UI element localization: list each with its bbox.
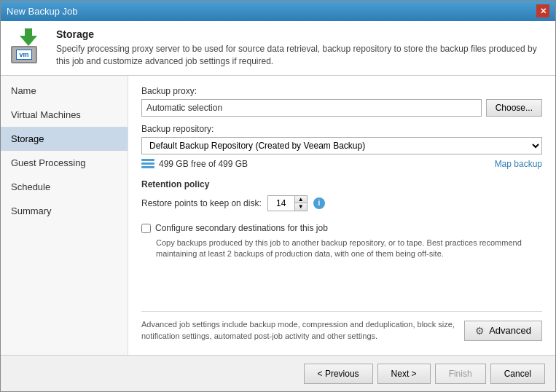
configure-secondary-group: Configure secondary destinations for thi… — [141, 219, 542, 260]
retention-row: Restore points to keep on disk: ▲ ▼ i — [141, 195, 542, 211]
sidebar-item-storage[interactable]: Storage — [1, 127, 128, 151]
choose-button[interactable]: Choose... — [486, 99, 542, 117]
backup-proxy-label: Backup proxy: — [141, 86, 542, 96]
footer: < Previous Next > Finish Cancel — [1, 355, 555, 391]
configure-secondary-label: Configure secondary destinations for thi… — [155, 223, 328, 233]
advanced-button-label: Advanced — [489, 325, 531, 336]
next-button[interactable]: Next > — [377, 364, 431, 384]
backup-repository-group: Backup repository: Default Backup Reposi… — [141, 124, 542, 169]
backup-proxy-input[interactable] — [141, 99, 482, 117]
finish-button[interactable]: Finish — [435, 364, 486, 384]
gear-icon: ⚙ — [475, 325, 485, 337]
copy-description: Copy backups produced by this job to ano… — [156, 238, 542, 260]
advanced-section: Advanced job settings include backup mod… — [141, 311, 542, 345]
backup-repository-label: Backup repository: — [141, 124, 542, 134]
advanced-description: Advanced job settings include backup mod… — [141, 319, 455, 342]
configure-secondary-checkbox[interactable] — [141, 224, 151, 233]
previous-button[interactable]: < Previous — [304, 364, 373, 384]
advanced-button[interactable]: ⚙ Advanced — [464, 321, 542, 341]
retention-policy-title: Retention policy — [141, 179, 542, 189]
header-area: vm Storage Specify processing proxy serv… — [1, 21, 555, 76]
info-icon[interactable]: i — [313, 197, 325, 209]
restore-points-label: Restore points to keep on disk: — [141, 198, 262, 208]
sidebar-item-virtual-machines[interactable]: Virtual Machines — [1, 103, 128, 127]
storage-icon: vm — [11, 28, 46, 63]
window-title: New Backup Job — [7, 6, 78, 17]
content-area: Backup proxy: Choose... Backup repositor… — [128, 76, 555, 355]
backup-repository-select[interactable]: Default Backup Repository (Created by Ve… — [141, 137, 542, 154]
restore-points-input[interactable] — [268, 196, 294, 211]
restore-points-spinner: ▲ ▼ — [267, 195, 308, 211]
storage-info-row: 499 GB free of 499 GB Map backup — [141, 159, 542, 169]
sidebar: Name Virtual Machines Storage Guest Proc… — [1, 76, 128, 355]
storage-free-text: 499 GB free of 499 GB — [159, 159, 248, 169]
spacer — [141, 267, 542, 301]
sidebar-item-name[interactable]: Name — [1, 79, 128, 103]
header-description: Specify processing proxy server to be us… — [56, 43, 545, 68]
header-text: Storage Specify processing proxy server … — [56, 28, 545, 68]
sidebar-item-guest-processing[interactable]: Guest Processing — [1, 151, 128, 175]
backup-proxy-row: Choose... — [141, 99, 542, 117]
cancel-button[interactable]: Cancel — [490, 364, 545, 384]
sidebar-item-schedule[interactable]: Schedule — [1, 175, 128, 199]
header-title: Storage — [56, 28, 545, 40]
title-bar: New Backup Job ✕ — [1, 1, 555, 21]
spinner-buttons: ▲ ▼ — [294, 196, 307, 211]
spinner-down-button[interactable]: ▼ — [295, 203, 307, 211]
retention-policy-group: Retention policy Restore points to keep … — [141, 176, 542, 211]
storage-lines-icon — [141, 159, 154, 168]
close-button[interactable]: ✕ — [536, 4, 549, 17]
spinner-up-button[interactable]: ▲ — [295, 196, 307, 203]
map-backup-link[interactable]: Map backup — [495, 159, 542, 169]
main-content: Name Virtual Machines Storage Guest Proc… — [1, 76, 555, 355]
main-window: New Backup Job ✕ vm Storage Specify proc… — [0, 0, 556, 392]
backup-proxy-group: Backup proxy: Choose... — [141, 86, 542, 117]
sidebar-item-summary[interactable]: Summary — [1, 199, 128, 223]
configure-secondary-row: Configure secondary destinations for thi… — [141, 223, 542, 233]
